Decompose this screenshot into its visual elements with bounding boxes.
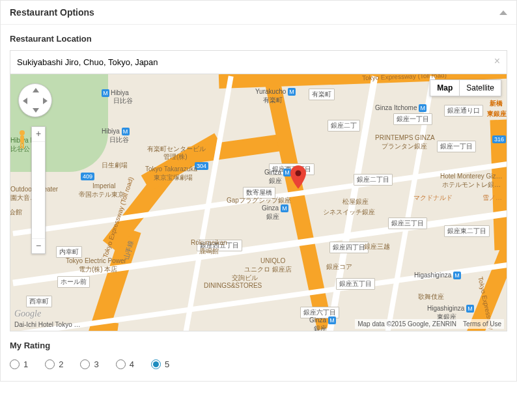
area-box: 銀座五丁目 [336,278,375,290]
svg-rect-2 [20,135,24,143]
station-label: Higashiginza M [427,305,475,313]
rating-radio[interactable] [10,359,20,369]
area-label: 新橋 [490,99,503,108]
zoom-slider[interactable] [32,141,45,239]
collapse-icon[interactable] [499,10,507,15]
zoom-control: + − [31,126,46,254]
area-box: ホール前 [57,276,90,288]
map-surface[interactable]: 304 409 316 MHibiya 日比谷 Hibiya M 日比谷 Yur… [10,74,507,331]
pan-right-icon[interactable] [43,98,48,104]
poi-label: Dai-Ichi Hotel Tokyo … [14,321,81,328]
poi-label: Gapフラグシップ銀座 [227,196,291,205]
svg-point-0 [296,171,301,176]
route-badge: 316 [492,135,506,143]
area-label: 東銀座 [487,109,507,119]
poi-label: 会館 [10,208,22,217]
rating-option-3[interactable]: 3 [80,359,98,369]
poi-label: マクドナルド [413,193,453,203]
station-label-jp: 銀座 [266,212,279,221]
rating-option-label: 4 [130,359,134,369]
station-label: Ginza M [262,204,290,212]
poi-label: Tokyo Electric Power [66,257,126,264]
area-box: 銀座三丁目 [388,217,427,229]
google-logo: Google [14,309,41,319]
poi-label: PRINTEMPS GINZA [375,134,435,141]
poi-label: 管理(株) [163,152,188,161]
poi-label: ホテルモントレ銀… [442,180,501,189]
map-type-map-button[interactable]: Map [430,79,459,96]
poi-label: 歌舞伎座 [418,292,444,301]
restaurant-options-panel: Restaurant Options Restaurant Location × [0,0,517,382]
area-box: 銀座通り口 [444,105,483,117]
poi-label: UNIQLO [260,257,285,264]
poi-label: 雪ノ… [482,193,502,203]
poi-label: Imperial [92,182,116,189]
station-label: Ginza M [309,316,337,324]
zoom-in-button[interactable]: + [32,127,45,141]
rating-label: My Rating [10,331,507,357]
panel-header[interactable]: Restaurant Options [1,1,516,25]
poi-label: 帝国ホテル東京 [79,190,124,199]
attribution-text: Map data ©2015 Google, ZENRIN [357,320,456,328]
area-box: 銀座二丁目 [354,174,393,186]
poi-label: ユニクロ 銀座店 [244,265,292,274]
area-box: 銀座東二丁目 [444,225,490,237]
panel-body: Restaurant Location × [1,25,516,381]
area-box: 内幸町 [56,246,82,258]
area-box: 銀座一丁目 [437,141,476,152]
station-label-jp: 銀座 [314,324,327,331]
area-box: 銀座二丁 [328,120,360,132]
poi-label: 銀座コア [326,262,352,272]
metro-icon: M [466,305,474,313]
rating-group: 1 2 3 4 5 [10,357,507,369]
area-box: 有楽町 [309,89,335,100]
rating-option-5[interactable]: 5 [151,359,169,369]
rating-option-label: 5 [165,359,169,369]
svg-point-1 [20,130,25,135]
poi-label: シネスイッチ銀座 [323,208,375,217]
map[interactable]: 304 409 316 MHibiya 日比谷 Hibiya M 日比谷 Yur… [10,74,507,331]
rating-option-4[interactable]: 4 [116,359,134,369]
map-type-satellite-button[interactable]: Satellite [459,79,501,96]
map-type-control: Map Satellite [430,79,501,96]
station-label: Hibiya M [102,128,131,135]
location-input[interactable] [10,51,507,74]
station-label: Ginza Itchome M [375,104,428,112]
metro-icon: M [122,128,130,135]
area-box: 銀座一丁目 [393,113,432,125]
station-label: Yurakucho M [255,88,297,96]
map-marker-icon[interactable] [290,165,306,189]
rating-option-2[interactable]: 2 [45,359,63,369]
poi-label: 交詢ビル [232,273,258,283]
station-label-jp: 有楽町 [263,96,283,105]
rating-option-label: 2 [59,359,63,369]
metro-icon: M [102,89,109,97]
pegman-icon[interactable] [17,130,27,149]
poi-label: Tokyo Takarazuka [145,165,197,173]
rating-radio[interactable] [116,359,126,369]
station-label-jp: 日比谷 [109,135,129,145]
rating-option-1[interactable]: 1 [10,359,28,369]
pan-left-icon[interactable] [23,98,27,104]
poi-label: 鹿鳴館 [199,247,219,256]
zoom-out-button[interactable]: − [32,239,45,253]
pan-control[interactable] [18,83,52,117]
rating-radio[interactable] [151,359,161,369]
poi-label: 銀座三越 [364,242,390,251]
route-badge: 409 [81,173,94,180]
poi-label: 東京宝塚劇場 [154,173,193,182]
panel-title: Restaurant Options [10,7,94,18]
metro-icon: M [419,104,426,112]
metro-icon: M [328,316,336,324]
location-input-wrap: × [10,50,507,74]
close-icon[interactable]: × [494,56,500,66]
pan-up-icon[interactable] [33,88,39,92]
pan-down-icon[interactable] [33,108,39,113]
rating-radio[interactable] [80,359,90,369]
rating-option-label: 1 [23,359,28,369]
rating-radio[interactable] [45,359,55,369]
terms-link[interactable]: Terms of Use [463,320,501,328]
area-box: 西幸町 [26,296,52,307]
metro-icon: M [453,272,461,279]
poi-label: 松屋銀座 [342,197,369,206]
